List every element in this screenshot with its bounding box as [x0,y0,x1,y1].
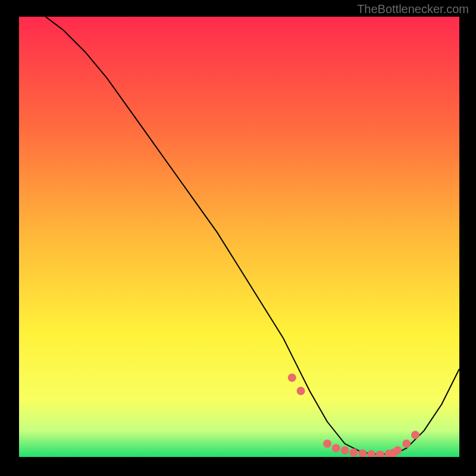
highlight-dot [349,449,358,457]
curve-layer [19,17,459,457]
highlight-dot [288,374,296,382]
highlight-dot [323,440,331,448]
chart-plot-area [19,17,459,457]
highlight-dot [393,446,402,455]
highlight-dot [332,444,340,452]
highlight-dot [367,450,375,457]
highlight-dot [376,450,384,457]
highlight-dot [411,431,419,439]
highlight-dot [297,387,305,395]
highlight-dot [341,446,349,455]
bottleneck-curve [45,17,459,455]
highlight-dot [402,440,411,448]
watermark-text: TheBottlenecker.com [357,2,469,16]
